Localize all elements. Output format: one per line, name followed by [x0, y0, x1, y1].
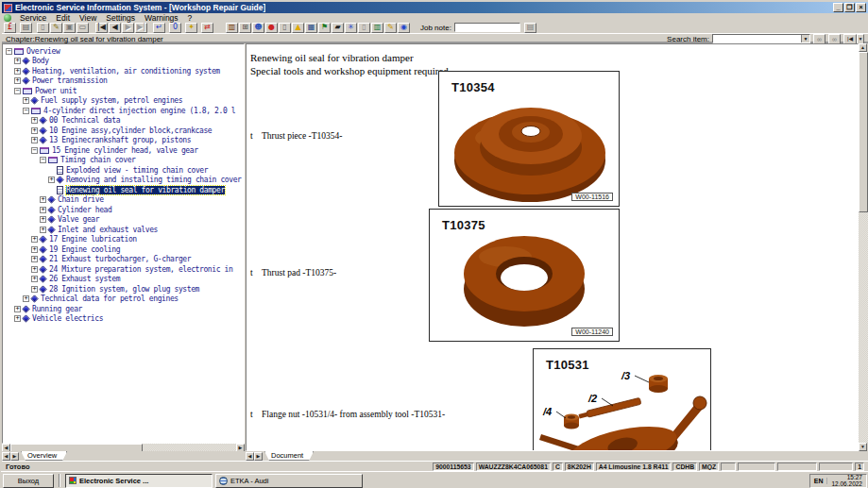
tree-expander-icon[interactable]: +: [31, 256, 38, 262]
tree-expander-icon[interactable]: +: [31, 137, 38, 143]
wheel-button[interactable]: ✳: [345, 23, 357, 33]
tree-expander-icon[interactable]: +: [14, 77, 21, 84]
note-button[interactable]: ✎: [384, 23, 397, 33]
key-button[interactable]: ✦: [185, 23, 197, 33]
steering-button[interactable]: ◉: [398, 23, 410, 33]
tree-item[interactable]: +Technical data for petrol engines: [3, 294, 244, 305]
tree-item[interactable]: +17 Engine lubrication: [3, 235, 244, 245]
tab-scroll-right-icon[interactable]: ▶: [10, 452, 19, 461]
tree-expander-icon[interactable]: +: [48, 177, 55, 183]
menu-view[interactable]: View: [75, 13, 101, 23]
tree-item[interactable]: +Renewing oil seal for vibration damper: [3, 185, 244, 195]
tree-item[interactable]: +Running gear: [3, 304, 244, 314]
go-last-button[interactable]: ▶|: [135, 23, 147, 33]
tree-item[interactable]: +00 Technical data: [3, 116, 244, 126]
tree-item[interactable]: +24 Mixture preparation system, electron…: [3, 264, 244, 275]
tree-item[interactable]: +Fuel supply system, petrol engines: [3, 96, 244, 107]
sheet-button[interactable]: ▯: [358, 23, 370, 33]
tree-expander-icon[interactable]: +: [40, 227, 46, 233]
tree-item[interactable]: +Removing and installing timing chain co…: [3, 176, 244, 186]
tree-item[interactable]: +Exploded view - timing chain cover: [3, 165, 244, 176]
tab-scroll-right-icon[interactable]: ▶: [254, 452, 263, 461]
tree-expander-icon[interactable]: +: [31, 117, 38, 124]
tree-expander-icon[interactable]: +: [40, 196, 46, 203]
tree-expander-icon[interactable]: +: [31, 286, 38, 293]
menu-settings[interactable]: Settings: [101, 13, 140, 23]
tree-item[interactable]: +Cylinder head: [3, 205, 244, 215]
compare-button[interactable]: ⇄: [201, 23, 213, 33]
tree-item[interactable]: −Timing chain cover: [3, 156, 244, 166]
tree-expander-icon[interactable]: +: [40, 216, 46, 223]
tree-expander-icon[interactable]: −: [23, 108, 29, 114]
copy-document-button[interactable]: ▣: [63, 23, 76, 33]
goto-dropdown-button[interactable]: ▼: [857, 34, 864, 44]
tab-scroll-left-icon[interactable]: ◀: [246, 452, 254, 461]
task-button[interactable]: ETKA - Audi: [215, 474, 363, 488]
tree-item[interactable]: −15 Engine cylinder head, valve gear: [3, 145, 244, 156]
tree-expander-icon[interactable]: +: [14, 68, 21, 75]
table-button[interactable]: ⊞: [239, 23, 251, 33]
go-next-button[interactable]: ▶: [122, 23, 134, 33]
tree-expander-icon[interactable]: −: [40, 157, 46, 163]
menu-warnings[interactable]: Warnings: [140, 13, 183, 23]
tab-overview[interactable]: Overview: [21, 451, 67, 461]
tree-expander-icon[interactable]: +: [31, 276, 38, 282]
screen-button[interactable]: ▦: [305, 23, 317, 33]
document-vertical-scrollbar[interactable]: ▲ ▼: [859, 43, 868, 451]
tree-item[interactable]: +21 Exhaust turbocharger, G-charger: [3, 255, 244, 265]
return-button[interactable]: ↵: [153, 23, 165, 33]
tree-expander-icon[interactable]: +: [31, 236, 38, 243]
tree-expander-icon[interactable]: +: [23, 295, 29, 302]
tree-expander-icon[interactable]: +: [40, 207, 46, 213]
exit-button[interactable]: Выход: [3, 474, 54, 488]
tree-expander-icon[interactable]: +: [14, 58, 21, 64]
scrollbar-thumb[interactable]: [859, 52, 868, 212]
tree-item[interactable]: +Chain drive: [3, 195, 244, 206]
tree-item[interactable]: −4-cylinder direct injection engine (1.8…: [3, 106, 244, 116]
maximize-button[interactable]: ❐: [844, 3, 855, 12]
job-note-button[interactable]: ▤: [524, 23, 536, 33]
tree-item[interactable]: −Overview: [3, 46, 244, 57]
tree-item[interactable]: +Valve gear: [3, 215, 244, 226]
search-input[interactable]: [713, 35, 801, 42]
menu-edit[interactable]: Edit: [51, 13, 75, 23]
vehicle-button[interactable]: ▭: [77, 23, 89, 33]
tree-expander-icon[interactable]: +: [31, 127, 38, 134]
tree-item[interactable]: +26 Exhaust system: [3, 275, 244, 285]
chevron-down-icon[interactable]: ▼: [801, 35, 809, 42]
tree-expander-icon[interactable]: −: [6, 48, 12, 55]
flag-button[interactable]: ⚑: [318, 23, 331, 33]
close-button[interactable]: ×: [856, 3, 866, 12]
tree-expander-icon[interactable]: +: [14, 315, 21, 322]
info-button[interactable]: 0: [169, 23, 181, 33]
tab-document[interactable]: Document: [264, 451, 314, 461]
search-combobox[interactable]: ▼: [712, 34, 810, 43]
tree-expander-icon[interactable]: +: [31, 266, 38, 273]
tree-item[interactable]: +Power transmission: [3, 76, 244, 87]
tree-expander-icon[interactable]: +: [31, 246, 38, 253]
job-note-input[interactable]: [454, 23, 520, 32]
page-button[interactable]: ▯: [279, 23, 291, 33]
tree-item[interactable]: +19 Engine cooling: [3, 244, 244, 255]
language-indicator[interactable]: EN: [810, 478, 828, 484]
task-button[interactable]: Electronic Service ...: [65, 474, 213, 488]
menu-service[interactable]: Service: [15, 13, 51, 23]
tree-item[interactable]: +28 Ignition system, glow plug system: [3, 284, 244, 294]
minimize-button[interactable]: _: [833, 3, 843, 12]
tree-expander-icon[interactable]: +: [14, 306, 21, 312]
tree-expander-icon[interactable]: −: [14, 88, 21, 94]
tab-scroll-left-icon[interactable]: ◀: [2, 452, 10, 461]
tree-item[interactable]: +13 Enginecrankshaft group, pistons: [3, 136, 244, 146]
print-button[interactable]: ▤: [20, 23, 32, 33]
stop-button[interactable]: ●: [265, 23, 278, 33]
goto-first-button[interactable]: |◀: [843, 34, 857, 44]
tree-item[interactable]: +Vehicle electrics: [3, 314, 244, 325]
manual-button[interactable]: ▥: [226, 23, 238, 33]
tree-item[interactable]: +Body: [3, 57, 244, 67]
scroll-up-icon[interactable]: ▲: [859, 43, 867, 52]
car-button[interactable]: ▰: [332, 23, 344, 33]
edit-document-button[interactable]: ✎: [50, 23, 62, 33]
tree-item[interactable]: −Power unit: [3, 86, 244, 96]
search-previous-button[interactable]: ∞: [813, 34, 825, 44]
tree-item[interactable]: +Heating, ventilation, air conditioning …: [3, 66, 244, 76]
